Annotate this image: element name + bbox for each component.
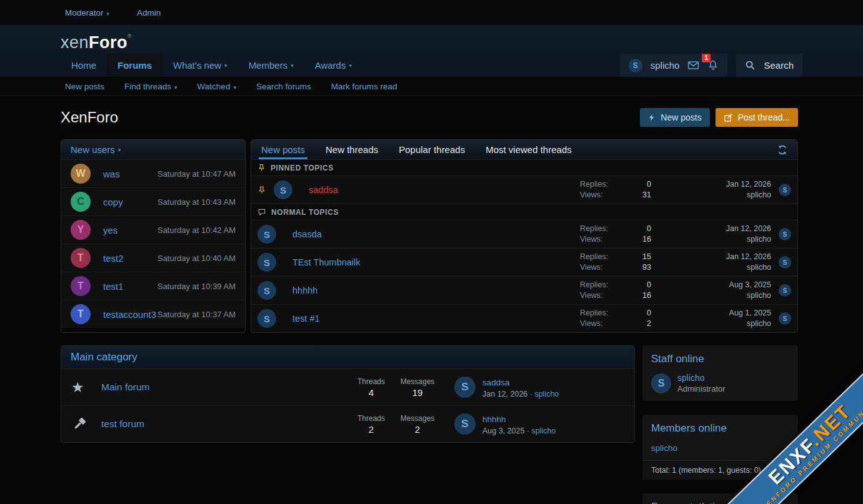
subnav-watched[interactable]: Watched▾ — [197, 82, 236, 91]
latest-thread-link[interactable]: hhhhh — [482, 415, 506, 424]
user-link[interactable]: splicho — [651, 443, 677, 453]
avatar[interactable]: S — [454, 377, 476, 398]
avatar[interactable]: S — [779, 184, 791, 196]
avatar[interactable]: T — [71, 304, 91, 324]
tab-new-threads[interactable]: New threads — [326, 140, 378, 159]
avatar[interactable]: S — [629, 59, 642, 72]
last-post-author[interactable]: splicho — [747, 190, 771, 199]
thread-link[interactable]: TEst Thumbnailk — [292, 257, 361, 267]
user-link[interactable]: test2 — [103, 253, 124, 264]
thread-link[interactable]: test #1 — [292, 314, 320, 324]
thread-link[interactable]: hhhhh — [292, 285, 317, 295]
list-item: Y yes Saturday at 10:42 AM — [61, 215, 245, 244]
inbox-button[interactable] — [687, 59, 699, 71]
xenforo-logo[interactable]: xenForo® — [61, 33, 132, 52]
search-label: Search — [764, 60, 794, 71]
new-posts-button[interactable]: New posts — [640, 108, 709, 127]
moderator-menu[interactable]: Moderator▾ — [65, 8, 109, 17]
latest-date: Aug 3, 2025 — [482, 427, 524, 435]
avatar[interactable]: S — [274, 180, 292, 199]
last-post-author[interactable]: splicho — [747, 291, 771, 300]
subnav-mark-read[interactable]: Mark forums read — [331, 82, 397, 91]
thread-stats: Replies:0 Views:16 — [580, 224, 651, 245]
refresh-button[interactable] — [777, 140, 787, 159]
last-post-author[interactable]: splicho — [747, 263, 771, 272]
latest-author-link[interactable]: splicho — [532, 427, 556, 435]
caret-down-icon: ▾ — [224, 62, 227, 69]
staff-online-title: Staff online — [651, 353, 789, 365]
last-post-date: Aug 3, 2025 — [729, 280, 771, 289]
forum-link[interactable]: test forum — [101, 418, 144, 430]
star-icon: ★ — [71, 379, 92, 396]
forum-row: ★ Main forum Threads 4 Messages 19 S sad — [61, 368, 634, 405]
last-post-author[interactable]: splicho — [747, 319, 771, 328]
thread-link[interactable]: dsasda — [292, 229, 322, 239]
caret-down-icon: ▾ — [107, 11, 110, 17]
avatar[interactable]: S — [651, 373, 671, 393]
tab-most-viewed-threads[interactable]: Most viewed threads — [486, 140, 572, 159]
last-post-date: Aug 1, 2025 — [729, 309, 771, 317]
thread-link[interactable]: saddsa — [309, 185, 338, 195]
new-users-header[interactable]: New users▾ — [61, 140, 245, 159]
avatar[interactable]: S — [257, 253, 276, 272]
avatar[interactable]: T — [71, 276, 91, 296]
nav-forums[interactable]: Forums — [107, 54, 162, 77]
search-button[interactable]: Search — [736, 54, 802, 77]
join-time: Saturday at 10:37 AM — [157, 310, 236, 319]
list-item: T test2 Saturday at 10:40 AM — [61, 244, 245, 272]
forum-link[interactable]: Main forum — [101, 382, 150, 393]
subnav-new-posts[interactable]: New posts — [65, 82, 104, 91]
avatar[interactable]: S — [454, 413, 476, 435]
threads-count: 4 — [348, 387, 394, 398]
avatar[interactable]: W — [71, 164, 91, 184]
avatar[interactable]: T — [71, 248, 91, 268]
subnav-find-threads[interactable]: Find threads▾ — [124, 82, 177, 91]
admin-link[interactable]: Admin — [137, 8, 161, 17]
category-header[interactable]: Main category — [61, 346, 634, 368]
user-link[interactable]: testaccount3 — [103, 309, 156, 320]
thread-stats: Replies:0 Views:16 — [580, 280, 651, 301]
subnav-search-forums[interactable]: Search forums — [256, 82, 311, 91]
tab-popular-threads[interactable]: Popular threads — [399, 140, 465, 159]
avatar[interactable]: S — [779, 284, 791, 297]
avatar[interactable]: S — [257, 309, 276, 328]
avatar[interactable]: S — [257, 225, 276, 244]
avatar[interactable]: S — [257, 281, 276, 300]
nav-whats-new[interactable]: What's new▾ — [162, 54, 238, 77]
latest-thread-link[interactable]: saddsa — [482, 378, 510, 387]
nav-members[interactable]: Members▾ — [238, 54, 304, 77]
post-thread-button[interactable]: Post thread... — [716, 108, 798, 127]
avatar[interactable]: C — [71, 192, 91, 212]
sub-nav: New posts Find threads▾ Watched▾ Search … — [0, 77, 863, 96]
avatar[interactable]: Y — [71, 220, 91, 240]
messages-count: 2 — [394, 424, 441, 435]
refresh-icon — [777, 145, 787, 155]
avatar[interactable]: S — [779, 228, 791, 240]
user-link[interactable]: test1 — [103, 281, 124, 292]
avatar[interactable]: S — [779, 312, 791, 325]
members-online-title: Members online — [651, 422, 789, 435]
last-post-author[interactable]: splicho — [747, 235, 771, 244]
list-item: W was Saturday at 10:47 AM — [61, 159, 245, 187]
lightning-icon — [648, 113, 656, 122]
nav-home[interactable]: Home — [61, 54, 107, 77]
join-time: Saturday at 10:39 AM — [157, 282, 236, 291]
account-name[interactable]: splicho — [651, 60, 680, 71]
user-link[interactable]: splicho — [677, 373, 705, 383]
last-post-info: Jan 12, 2026 splicho — [651, 224, 771, 245]
thread-stats: Replies:0 Views:2 — [580, 308, 651, 329]
alerts-button[interactable]: 1 — [707, 59, 719, 71]
user-link[interactable]: was — [103, 169, 120, 179]
avatar[interactable]: S — [779, 256, 791, 269]
messages-label: Messages — [394, 377, 441, 386]
tab-new-posts[interactable]: New posts — [261, 140, 305, 159]
user-link[interactable]: yes — [103, 225, 117, 235]
thread-stats: Replies:0 Views:31 — [580, 179, 651, 200]
user-link[interactable]: copy — [103, 197, 123, 207]
latest-author-link[interactable]: splicho — [534, 390, 559, 398]
nav-awards[interactable]: Awards▾ — [304, 54, 362, 77]
subnav-find-threads-label: Find threads — [124, 82, 171, 91]
views-label: Views: — [580, 190, 612, 200]
edit-icon — [724, 113, 733, 122]
normal-topics-label: NORMAL TOPICS — [271, 208, 339, 217]
